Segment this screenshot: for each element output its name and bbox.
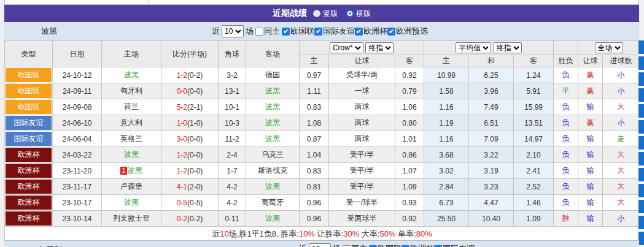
checkbox-checked-icon[interactable]: ✔ [434,245,442,247]
recent-results-table: 类型 日期 主场 比分(半场) 角球 客场 Crow* 终指 平均值 终指 全场 [4,40,640,241]
recent-games-select[interactable]: 10 [222,25,244,37]
cell-avg-draw: 3.96 [469,83,514,99]
checkbox-checked-icon[interactable]: ✔ [387,28,395,36]
recent-games-select[interactable]: 10 [309,243,331,247]
radio-vertical-label: 竖版 [323,9,338,19]
league-checkbox-欧洲杯[interactable]: ✔欧洲杯 [402,243,434,247]
summary-segment: 大率: [359,229,379,238]
cell-home-team[interactable]: 卢森堡 [102,179,161,195]
cell-corner: 13-1 [219,83,246,99]
avg-select[interactable]: 平均值 [456,42,491,53]
same-home-checkbox-item[interactable]: 同主 [343,243,367,247]
cell-away-team[interactable]: 波黑 [246,179,300,195]
cell-handicap-result: 赢 [578,83,603,99]
radio-vertical-layout[interactable]: 竖版 [313,9,338,19]
cell-away-team[interactable]: 德国 [246,67,300,83]
cell-avg-home: 1.16 [424,99,469,115]
checkbox-unchecked-icon[interactable] [255,28,263,36]
checkbox-checked-icon[interactable]: ✔ [355,28,363,36]
cell-home-team[interactable]: 匈牙利 [102,83,161,99]
cell-league-type: 欧洲杯 [5,163,53,179]
table-row: 欧洲杯 23-11-20 1波黑 1-2(0-0) 1-7 斯洛伐克 0.83 … [5,163,640,179]
checkbox-checked-icon[interactable]: ✔ [314,28,322,36]
cell-avg-home: 1.58 [424,83,469,99]
cell-corner: 10-1 [219,99,246,115]
cell-handicap-result: 输 [578,211,603,227]
cell-home-team[interactable]: 波黑 [102,195,161,211]
cell-date: 24-06-04 [53,131,102,147]
cell-away-team[interactable]: 波黑 [246,99,300,115]
checkbox-checked-icon[interactable]: ✔ [282,28,290,36]
cell-handicap-result: 赢 [578,67,603,83]
cell-score: 1-2(0-0) [161,147,219,163]
cell-away-team[interactable]: 波黑 [246,211,300,227]
cell-result: 胜 [554,211,578,227]
cell-odds-home: 0.83 [300,99,329,115]
league-checkbox-欧国联[interactable]: ✔欧国联 [282,26,314,37]
cell-avg-away: 2.10 [514,147,554,163]
cell-avg-draw: 7.09 [469,131,514,147]
cell-score: 4-1(2-0) [161,179,219,195]
same-home-checkbox-item[interactable]: 同主 [255,26,280,37]
cell-home-team[interactable]: 荷兰 [102,99,161,115]
table-row: 欧洲杯 23-10-14 列支敦士登 0-2(0-2) 0-11 波黑 0.96… [5,211,640,227]
cell-away-team[interactable]: 波黑 [246,83,300,99]
cell-home-team[interactable]: 波黑 [102,67,161,83]
odds-company-select[interactable]: Crow* [330,42,363,53]
cell-home-team[interactable]: 意大利 [102,115,161,131]
cell-away-team[interactable]: 波黑 [246,115,300,131]
checkbox-checked-icon[interactable]: ✔ [402,245,409,247]
cell-away-team[interactable]: 斯洛伐克 [246,163,300,179]
cell-handicap: 两球 [329,131,395,147]
league-checkbox-欧洲杯[interactable]: ✔欧洲杯 [355,26,387,37]
cell-handicap-result: 输 [578,163,603,179]
section-title: 近期战绩 [273,8,307,19]
cell-league-type: 欧洲杯 [5,179,53,195]
table-row: 欧国联 24-10-12 波黑 1-2(0-2) 3-2 德国 0.97 受球半… [5,67,640,83]
team-name-label: 波黑 [41,26,57,37]
cell-odds-home: 0.83 [300,163,329,179]
next-team-name-label: 匈牙利 [38,245,62,247]
odds-stage-select-right[interactable]: 终指 [494,42,522,53]
league-checkbox-国际友谊[interactable]: ✔国际友谊 [434,243,475,247]
radio-on-icon[interactable] [346,10,354,17]
cell-away-team[interactable]: 波黑 [246,131,300,147]
cell-date: 24-10-12 [53,67,102,83]
summary-segment: 让胜率: [315,229,343,238]
cell-score: 5-2(2-1) [161,99,219,115]
checkbox-unchecked-icon[interactable] [343,245,351,247]
summary-segment: 单率: [395,229,416,238]
cell-date: 24-09-08 [53,99,102,115]
cell-odds-home: 1.08 [300,115,329,131]
cell-home-team[interactable]: 1波黑 [102,163,161,179]
cell-goals: 小 [603,83,640,99]
cell-home-team[interactable]: 列支敦士登 [102,211,161,227]
league-checkbox-欧洲预选[interactable]: ✔欧洲预选 [387,26,428,37]
cell-date: 23-11-20 [53,163,102,179]
league-checkbox-国际友谊[interactable]: ✔国际友谊 [314,26,355,37]
cell-avg-away: 1.24 [514,67,554,83]
radio-off-icon[interactable] [313,10,320,17]
league-checkbox-欧国联[interactable]: ✔欧国联 [369,243,402,247]
cell-home-team[interactable]: 英格兰 [102,131,161,147]
radio-horizontal-layout[interactable]: 横版 [346,9,371,19]
filter-controls: 近 10 场 同主 ✔欧国联✔国际友谊✔欧洲杯✔欧洲预选 [212,25,428,37]
odds-stage-select-left[interactable]: 终指 [365,42,394,53]
cell-home-team[interactable]: 波黑 [102,147,161,163]
cell-avg-home: 10.98 [424,67,469,83]
near-label: 近 [299,243,307,247]
header-corner: 角球 [219,41,246,67]
header-type: 类型 [5,41,53,67]
cell-avg-away: 2.41 [514,163,554,179]
table-row: 欧洲杯 24-03-22 波黑 1-2(0-0) 2-4 乌克兰 1.04 受平… [5,147,640,163]
cell-league-type: 国际友谊 [5,115,53,131]
cell-avg-home: 3.68 [424,147,469,163]
cell-away-team[interactable]: 葡萄牙 [246,195,300,211]
cell-away-team[interactable]: 乌克兰 [246,147,300,163]
scope-select[interactable]: 全场 [595,42,623,53]
cell-result: 负 [554,195,578,211]
cell-avg-home: 25.50 [424,211,469,227]
right-scrollbar[interactable] [638,40,644,247]
checkbox-checked-icon[interactable]: ✔ [369,245,377,247]
cell-avg-away: 15.99 [514,99,554,115]
